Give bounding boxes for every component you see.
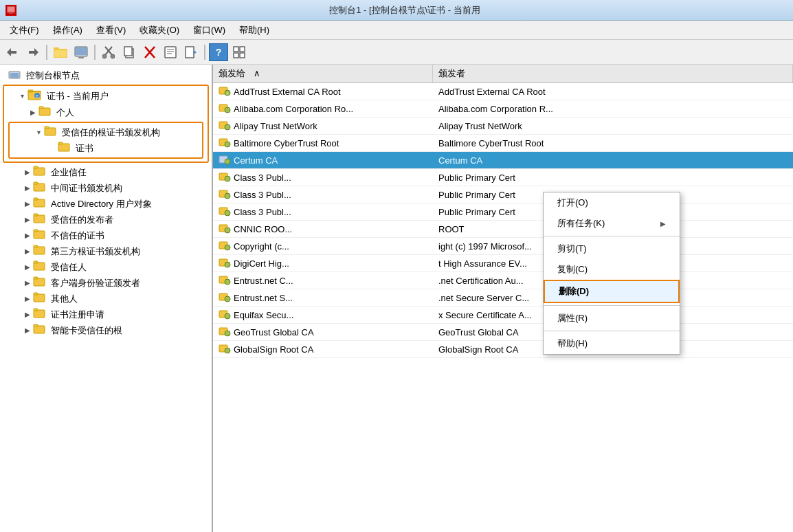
menu-window[interactable]: 窗口(W) [186,21,232,39]
menu-action[interactable]: 操作(A) [46,21,89,39]
context-delete[interactable]: 删除(D) [544,280,680,303]
cell-issued-to: Equifax Secu... [213,307,433,323]
tree-enterprise[interactable]: ▶ 企业信任 [0,164,212,180]
cell-issued-to: Entrust.net S... [213,289,433,306]
tree-ad-users[interactable]: ▶ Active Directory 用户对象 [0,196,212,212]
svg-point-13 [102,54,107,58]
cell-issued-to: CNNIC ROO... [213,221,433,237]
tree-untrusted[interactable]: ▶ 不信任的证书 [0,228,212,243]
context-copy[interactable]: 复制(C) [544,259,680,280]
tree-cert-enrollment[interactable]: ▶ 证书注册申请 [0,307,212,322]
open-folder-button[interactable] [51,43,70,61]
cell-issued-to: Baltimore CyberTrust Root [213,135,433,151]
trusted-root-arrow[interactable]: ▾ [33,129,44,136]
view-button[interactable] [230,43,249,61]
tree-smartcard-trusted[interactable]: ▶ 智能卡受信任的根 [0,322,212,338]
cell-issued-by: Certum CA [433,153,793,168]
menu-favorites[interactable]: 收藏夹(O) [133,21,186,39]
tree-trusted-publishers[interactable]: ▶ 受信任的发布者 [0,212,212,228]
tree-intermediate[interactable]: ▶ 中间证书颁发机构 [0,180,212,196]
menu-view[interactable]: 查看(V) [89,21,133,39]
list-item[interactable]: Equifax Secu... x Secure Certificate A..… [213,307,793,324]
cell-issued-to: Class 3 Publ... [213,203,433,220]
svg-point-88 [225,279,230,285]
svg-point-82 [225,228,230,233]
svg-point-68 [225,107,230,113]
tree-trusted-people[interactable]: ▶ 受信任人 [0,259,212,275]
context-properties[interactable]: 属性(R) [544,308,680,329]
list-item[interactable]: Class 3 Publ... Public Primary Cert [213,169,793,186]
context-cut[interactable]: 剪切(T) [544,239,680,259]
svg-rect-38 [45,128,56,135]
list-item[interactable]: Copyright (c... ight (c) 1997 Microsof..… [213,238,793,255]
enterprise-label: 企业信任 [51,166,87,179]
copy-button[interactable] [120,43,139,61]
svg-rect-44 [34,184,45,191]
svg-rect-45 [34,182,38,184]
menu-file[interactable]: 文件(F) [3,21,46,39]
list-item[interactable]: Baltimore CyberTrust Root Baltimore Cybe… [213,135,793,152]
svg-rect-7 [54,50,67,57]
back-button[interactable] [3,43,22,61]
cell-issued-by: Public Primary Cert [433,170,793,185]
cut-button[interactable] [99,43,118,61]
cert-folder-icon: C [27,89,41,103]
tree-trusted-root[interactable]: ▾ 受信任的根证书颁发机构 [11,124,201,140]
list-item[interactable]: Alipay Trust NetWork Alipay Trust NetWor… [213,118,793,135]
app-icon [5,5,16,16]
help-button[interactable]: ? [209,43,228,61]
list-item[interactable]: GlobalSign Root CA GlobalSign Root CA [213,341,793,358]
svg-rect-2 [9,12,13,14]
list-item[interactable]: Alibaba.com Corporation Ro... Alibaba.co… [213,100,793,118]
tree-cert-subitem[interactable]: 证书 [11,140,201,156]
toolbar-sep-3 [204,45,205,60]
submenu-arrow: ▶ [660,220,666,228]
cell-issued-to: Alibaba.com Corporation Ro... [213,100,433,117]
list-item[interactable]: GeoTrust Global CA GeoTrust Global CA [213,324,793,341]
tree-certs-current-user[interactable]: ▾ C 证书 - 当前用户 [5,87,206,104]
list-item[interactable]: Entrust.net S... .net Secure Server C... [213,289,793,307]
list-item[interactable]: DigiCert Hig... t High Assurance EV... [213,255,793,272]
context-open[interactable]: 打开(O) [544,192,680,213]
tree-personal[interactable]: ▶ 个人 [5,104,206,120]
svg-point-72 [225,142,230,147]
svg-rect-58 [34,294,45,302]
list-item[interactable]: Entrust.net C... .net Certification Au..… [213,272,793,289]
cert-icon-selected [219,154,231,166]
cell-issued-to: Alipay Trust NetWork [213,118,433,134]
svg-rect-19 [165,47,176,58]
enterprise-folder-icon [33,166,45,179]
list-item-selected[interactable]: Certum CA Certum CA [213,152,793,169]
context-all-tasks[interactable]: 所有任务(K) ▶ [544,213,680,234]
svg-rect-40 [58,144,69,151]
ad-label: Active Directory 用户对象 [51,198,152,210]
svg-point-90 [225,296,230,302]
svg-rect-37 [39,107,43,109]
personal-arrow[interactable]: ▶ [27,109,38,116]
menu-help[interactable]: 帮助(H) [232,21,276,39]
svg-rect-52 [34,247,45,254]
svg-rect-6 [54,47,59,49]
forward-button[interactable] [23,43,43,61]
context-help[interactable]: 帮助(H) [544,333,680,354]
tree-root[interactable]: 控制台根节点 [0,67,212,83]
tree-client-auth[interactable]: ▶ 客户端身份验证颁发者 [0,275,212,291]
properties-button[interactable] [161,43,180,61]
tree-others[interactable]: ▶ 其他人 [0,291,212,307]
console-button[interactable] [71,43,91,61]
tree-third-party-root[interactable]: ▶ 第三方根证书颁发机构 [0,243,212,259]
svg-point-92 [225,313,230,319]
list-item[interactable]: ✓ AddTrust External CA Root AddTrust Ext… [213,83,793,100]
list-item[interactable]: CNNIC ROO... ROOT [213,221,793,238]
svg-rect-62 [34,326,45,333]
list-item[interactable]: Class 3 Publ... Public Primary Cert [213,186,793,203]
expand-arrow[interactable]: ▾ [16,92,27,100]
export-button[interactable] [181,43,201,61]
list-panel[interactable]: 颁发给 ∧ 颁发者 ✓ AddTrust External CA Root Ad… [213,65,793,532]
header-issued-to[interactable]: 颁发给 ∧ [213,65,433,82]
delete-button[interactable] [140,43,159,61]
tree-panel[interactable]: 控制台根节点 ▾ C 证书 - 当前用户 [0,65,213,532]
list-item[interactable]: Class 3 Publ... Public Primary Cert [213,203,793,221]
header-issued-by[interactable]: 颁发者 [433,65,793,82]
client-auth-label: 客户端身份验证颁发者 [51,277,140,289]
